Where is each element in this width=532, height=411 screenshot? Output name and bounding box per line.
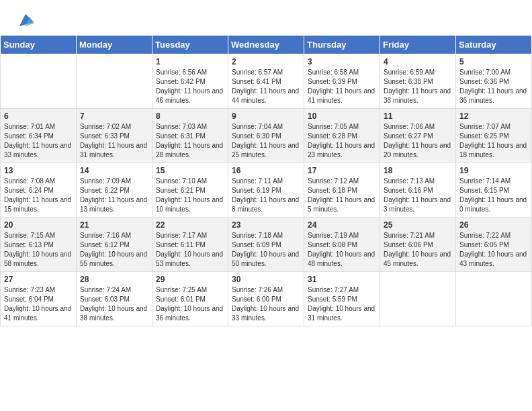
day-info: Sunrise: 7:10 AMSunset: 6:21 PMDaylight:…: [156, 177, 224, 214]
calendar-cell: 13Sunrise: 7:08 AMSunset: 6:24 PMDayligh…: [1, 163, 77, 218]
calendar-cell: 26Sunrise: 7:22 AMSunset: 6:05 PMDayligh…: [456, 218, 532, 272]
day-info: Sunrise: 6:56 AMSunset: 6:42 PMDaylight:…: [156, 68, 224, 105]
calendar-cell: 11Sunrise: 7:06 AMSunset: 6:27 PMDayligh…: [380, 109, 456, 163]
day-info: Sunrise: 7:08 AMSunset: 6:24 PMDaylight:…: [4, 177, 73, 214]
calendar-cell: 27Sunrise: 7:23 AMSunset: 6:04 PMDayligh…: [1, 272, 77, 326]
day-info: Sunrise: 7:14 AMSunset: 6:15 PMDaylight:…: [459, 177, 528, 214]
calendar-cell: 16Sunrise: 7:11 AMSunset: 6:19 PMDayligh…: [228, 163, 304, 218]
day-number: 5: [459, 57, 528, 66]
calendar-cell: 4Sunrise: 6:59 AMSunset: 6:38 PMDaylight…: [380, 54, 456, 109]
day-info: Sunrise: 6:59 AMSunset: 6:38 PMDaylight:…: [384, 68, 452, 105]
day-info: Sunrise: 7:16 AMSunset: 6:12 PMDaylight:…: [80, 231, 148, 269]
day-info: Sunrise: 7:06 AMSunset: 6:27 PMDaylight:…: [384, 122, 452, 160]
calendar-week-row: 6Sunrise: 7:01 AMSunset: 6:34 PMDaylight…: [1, 109, 532, 163]
calendar-cell: 7Sunrise: 7:02 AMSunset: 6:33 PMDaylight…: [77, 109, 152, 163]
day-number: 15: [156, 166, 224, 175]
day-number: 10: [308, 111, 376, 121]
calendar-cell: 23Sunrise: 7:18 AMSunset: 6:09 PMDayligh…: [228, 218, 304, 272]
calendar-cell: [1, 54, 77, 109]
calendar-cell: [77, 54, 152, 109]
day-number: 16: [232, 166, 300, 175]
calendar-cell: 25Sunrise: 7:21 AMSunset: 6:06 PMDayligh…: [380, 218, 456, 272]
day-number: 11: [384, 111, 452, 121]
calendar-cell: 2Sunrise: 6:57 AMSunset: 6:41 PMDaylight…: [228, 54, 304, 109]
day-number: 2: [232, 57, 300, 66]
calendar-cell: 3Sunrise: 6:58 AMSunset: 6:39 PMDaylight…: [304, 54, 380, 109]
weekday-header-tuesday: Tuesday: [152, 36, 228, 54]
day-number: 31: [308, 275, 376, 284]
calendar-cell: 8Sunrise: 7:03 AMSunset: 6:31 PMDaylight…: [152, 109, 228, 163]
day-number: 18: [384, 166, 452, 175]
calendar-cell: 10Sunrise: 7:05 AMSunset: 6:28 PMDayligh…: [304, 109, 380, 163]
calendar: SundayMondayTuesdayWednesdayThursdayFrid…: [0, 35, 532, 326]
day-info: Sunrise: 7:17 AMSunset: 6:11 PMDaylight:…: [156, 231, 224, 269]
day-info: Sunrise: 7:22 AMSunset: 6:05 PMDaylight:…: [459, 231, 528, 269]
day-info: Sunrise: 7:25 AMSunset: 6:01 PMDaylight:…: [156, 285, 224, 323]
day-number: 1: [156, 57, 224, 66]
day-info: Sunrise: 7:12 AMSunset: 6:18 PMDaylight:…: [308, 177, 376, 214]
day-number: 23: [232, 220, 300, 230]
day-number: 24: [308, 220, 376, 230]
day-number: 29: [156, 275, 224, 284]
calendar-cell: 15Sunrise: 7:10 AMSunset: 6:21 PMDayligh…: [152, 163, 228, 218]
weekday-header-friday: Friday: [380, 36, 456, 54]
logo: [13, 11, 35, 30]
day-number: 21: [80, 220, 148, 230]
day-number: 14: [80, 166, 148, 175]
day-info: Sunrise: 7:01 AMSunset: 6:34 PMDaylight:…: [4, 122, 73, 160]
day-number: 4: [384, 57, 452, 66]
day-info: Sunrise: 7:04 AMSunset: 6:30 PMDaylight:…: [232, 122, 300, 160]
calendar-cell: [380, 272, 456, 326]
day-number: 20: [4, 220, 73, 230]
day-info: Sunrise: 7:21 AMSunset: 6:06 PMDaylight:…: [384, 231, 452, 269]
day-info: Sunrise: 7:11 AMSunset: 6:19 PMDaylight:…: [232, 177, 300, 214]
day-number: 9: [232, 111, 300, 121]
page: SundayMondayTuesdayWednesdayThursdayFrid…: [0, 0, 532, 326]
day-number: 27: [4, 275, 73, 284]
day-info: Sunrise: 6:57 AMSunset: 6:41 PMDaylight:…: [232, 68, 300, 105]
logo-icon: [16, 11, 35, 30]
day-info: Sunrise: 7:15 AMSunset: 6:13 PMDaylight:…: [4, 231, 73, 269]
calendar-cell: 6Sunrise: 7:01 AMSunset: 6:34 PMDaylight…: [1, 109, 77, 163]
day-number: 17: [308, 166, 376, 175]
day-number: 7: [80, 111, 148, 121]
weekday-header-sunday: Sunday: [1, 36, 77, 54]
calendar-cell: 14Sunrise: 7:09 AMSunset: 6:22 PMDayligh…: [77, 163, 152, 218]
calendar-cell: 22Sunrise: 7:17 AMSunset: 6:11 PMDayligh…: [152, 218, 228, 272]
calendar-cell: 9Sunrise: 7:04 AMSunset: 6:30 PMDaylight…: [228, 109, 304, 163]
day-number: 22: [156, 220, 224, 230]
weekday-header-wednesday: Wednesday: [228, 36, 304, 54]
calendar-cell: 1Sunrise: 6:56 AMSunset: 6:42 PMDaylight…: [152, 54, 228, 109]
calendar-header-row: SundayMondayTuesdayWednesdayThursdayFrid…: [1, 36, 532, 54]
calendar-cell: 21Sunrise: 7:16 AMSunset: 6:12 PMDayligh…: [77, 218, 152, 272]
weekday-header-saturday: Saturday: [456, 36, 532, 54]
calendar-cell: 5Sunrise: 7:00 AMSunset: 6:36 PMDaylight…: [456, 54, 532, 109]
day-info: Sunrise: 7:27 AMSunset: 5:59 PMDaylight:…: [308, 285, 376, 323]
day-number: 28: [80, 275, 148, 284]
day-info: Sunrise: 7:03 AMSunset: 6:31 PMDaylight:…: [156, 122, 224, 160]
calendar-cell: 19Sunrise: 7:14 AMSunset: 6:15 PMDayligh…: [456, 163, 532, 218]
day-number: 13: [4, 166, 73, 175]
day-info: Sunrise: 7:00 AMSunset: 6:36 PMDaylight:…: [459, 68, 528, 105]
calendar-cell: 28Sunrise: 7:24 AMSunset: 6:03 PMDayligh…: [77, 272, 152, 326]
day-info: Sunrise: 7:02 AMSunset: 6:33 PMDaylight:…: [80, 122, 148, 160]
calendar-cell: 20Sunrise: 7:15 AMSunset: 6:13 PMDayligh…: [1, 218, 77, 272]
weekday-header-monday: Monday: [77, 36, 152, 54]
calendar-cell: 24Sunrise: 7:19 AMSunset: 6:08 PMDayligh…: [304, 218, 380, 272]
day-info: Sunrise: 7:07 AMSunset: 6:25 PMDaylight:…: [459, 122, 528, 160]
calendar-cell: 29Sunrise: 7:25 AMSunset: 6:01 PMDayligh…: [152, 272, 228, 326]
weekday-header-thursday: Thursday: [304, 36, 380, 54]
calendar-cell: 12Sunrise: 7:07 AMSunset: 6:25 PMDayligh…: [456, 109, 532, 163]
day-number: 19: [459, 166, 528, 175]
calendar-week-row: 20Sunrise: 7:15 AMSunset: 6:13 PMDayligh…: [1, 218, 532, 272]
calendar-cell: 17Sunrise: 7:12 AMSunset: 6:18 PMDayligh…: [304, 163, 380, 218]
day-info: Sunrise: 7:23 AMSunset: 6:04 PMDaylight:…: [4, 285, 73, 323]
calendar-cell: 30Sunrise: 7:26 AMSunset: 6:00 PMDayligh…: [228, 272, 304, 326]
day-number: 3: [308, 57, 376, 66]
header: [0, 0, 532, 35]
day-number: 30: [232, 275, 300, 284]
day-info: Sunrise: 6:58 AMSunset: 6:39 PMDaylight:…: [308, 68, 376, 105]
day-number: 8: [156, 111, 224, 121]
day-number: 12: [459, 111, 528, 121]
calendar-cell: 31Sunrise: 7:27 AMSunset: 5:59 PMDayligh…: [304, 272, 380, 326]
